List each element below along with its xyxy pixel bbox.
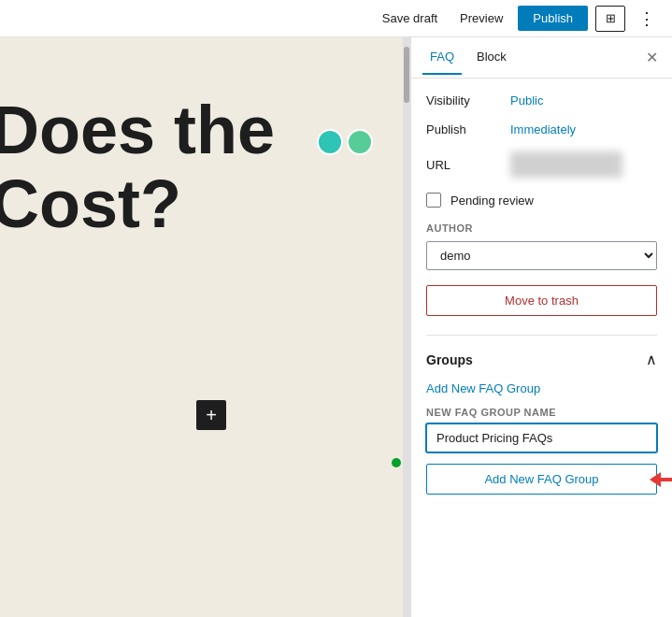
groups-header: Groups ∧ xyxy=(426,351,657,368)
sidebar-tabs: FAQ Block ✕ xyxy=(411,37,672,79)
visibility-label: Visibility xyxy=(426,93,510,108)
add-new-faq-group-link[interactable]: Add New FAQ Group xyxy=(426,381,657,395)
chevron-up-icon: ∧ xyxy=(646,352,657,367)
view-toggle-button[interactable]: ⊞ xyxy=(595,6,625,32)
close-icon: ✕ xyxy=(646,49,658,66)
author-select[interactable]: demo admin xyxy=(426,241,657,270)
top-bar: Save draft Preview Publish ⊞ ⋮ xyxy=(0,0,672,37)
url-value-blurred xyxy=(510,151,622,178)
more-options-button[interactable]: ⋮ xyxy=(633,5,661,33)
avatar-teal xyxy=(317,129,343,155)
canvas-area: Does the Cost? + xyxy=(0,37,410,617)
pending-review-label: Pending review xyxy=(450,194,534,208)
tab-faq[interactable]: FAQ xyxy=(422,40,462,75)
publish-label: Publish xyxy=(426,122,510,136)
tab-block[interactable]: Block xyxy=(469,40,514,75)
publish-button[interactable]: Publish xyxy=(518,6,588,31)
publish-value[interactable]: Immediately xyxy=(510,122,576,136)
scroll-bar[interactable] xyxy=(403,37,410,617)
url-label: URL xyxy=(426,158,510,172)
scroll-thumb xyxy=(404,47,409,103)
dot-indicator xyxy=(392,458,401,467)
new-faq-group-label: NEW FAQ GROUP NAME xyxy=(426,407,657,418)
sidebar-panel: FAQ Block ✕ Visibility Public Publish Im… xyxy=(410,37,672,617)
sidebar-body: Visibility Public Publish Immediately UR… xyxy=(411,79,672,617)
heading-line2: Cost? xyxy=(0,167,275,241)
groups-title: Groups xyxy=(426,352,473,367)
canvas-heading: Does the Cost? xyxy=(0,93,275,241)
visibility-row: Visibility Public xyxy=(426,93,657,108)
author-section-label: AUTHOR xyxy=(426,222,657,234)
groups-section: Groups ∧ Add New FAQ Group NEW FAQ GROUP… xyxy=(426,335,657,495)
pending-review-row: Pending review xyxy=(426,193,657,208)
arrow-indicator xyxy=(651,472,672,487)
pending-review-checkbox[interactable] xyxy=(426,193,441,208)
new-faq-group-input[interactable] xyxy=(426,423,657,452)
visibility-value[interactable]: Public xyxy=(510,93,543,108)
preview-button[interactable]: Preview xyxy=(452,6,510,31)
move-to-trash-button[interactable]: Move to trash xyxy=(426,285,657,316)
view-toggle-icon: ⊞ xyxy=(606,11,616,25)
add-block-icon: + xyxy=(206,405,217,426)
arrow-shaft xyxy=(661,478,672,481)
heading-line1: Does the xyxy=(0,93,275,167)
avatar-group xyxy=(317,129,373,155)
url-row: URL xyxy=(426,151,657,178)
more-options-icon: ⋮ xyxy=(638,9,655,28)
add-block-button[interactable]: + xyxy=(196,400,226,430)
sidebar-close-button[interactable]: ✕ xyxy=(638,45,665,71)
arrow-head-icon xyxy=(650,472,661,487)
add-faq-group-button[interactable]: Add New FAQ Group xyxy=(426,464,657,495)
save-draft-button[interactable]: Save draft xyxy=(375,6,445,31)
avatar-green xyxy=(347,129,373,155)
groups-collapse-button[interactable]: ∧ xyxy=(646,351,657,368)
add-faq-group-row: Add New FAQ Group xyxy=(426,464,657,495)
publish-row: Publish Immediately xyxy=(426,122,657,136)
main-content: Does the Cost? + FAQ Block ✕ V xyxy=(0,37,672,617)
